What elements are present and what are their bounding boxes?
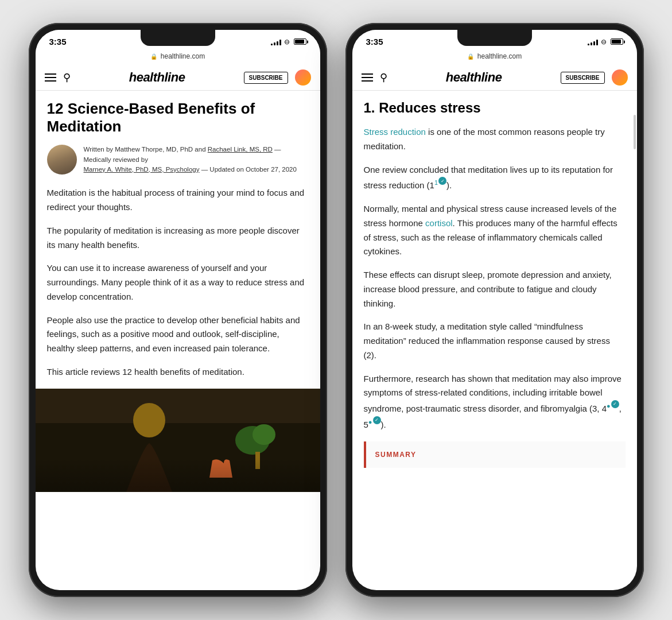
body-para5: This article reviews 12 health benefits …	[47, 365, 309, 379]
content-left[interactable]: 12 Science-Based Benefits of Meditation …	[36, 91, 320, 590]
hamburger-menu-right[interactable]	[362, 73, 373, 82]
citation-5: ●✓	[368, 418, 381, 425]
author-link2[interactable]: Marney A. White, PhD, MS, Psychology	[84, 166, 200, 173]
right-phone: 3:35 ⊖ 🔒 healthline.com	[345, 23, 644, 597]
author-section: Written by Matthew Thorpe, MD, PhD and R…	[47, 145, 309, 175]
wifi-icon-right: ⊖	[601, 38, 607, 46]
url-bar-left: 🔒 healthline.com	[36, 50, 320, 65]
status-icons-left: ⊖	[271, 38, 306, 46]
summary-label: SUMMARY	[375, 451, 616, 459]
battery-icon-left	[294, 38, 306, 45]
subscribe-button-right[interactable]: SUBSCRIBE	[561, 72, 605, 84]
right-para2-text: One review concluded that meditation liv…	[364, 165, 613, 191]
wifi-icon-left: ⊖	[284, 38, 290, 46]
citation-1: 1✓	[434, 179, 446, 186]
right-para1: Stress reduction is one of the most comm…	[364, 125, 626, 154]
url-bar-right: 🔒 healthline.com	[352, 50, 637, 65]
citation-badge-5: ✓	[373, 416, 381, 424]
nav-bar-right: ⚲ healthline SUBSCRIBE	[352, 65, 637, 91]
summary-box: SUMMARY	[364, 441, 626, 468]
url-text-right: healthline.com	[477, 52, 522, 60]
phone-screen-left: 3:35 ⊖ 🔒 healthline.com	[36, 30, 320, 590]
right-para6-text: Furthermore, research has shown that med…	[364, 374, 621, 414]
right-para6-end: ).	[381, 420, 386, 429]
article-title: 12 Science-Based Benefits of Meditation	[47, 100, 309, 135]
healthline-logo-right: healthline	[394, 70, 554, 85]
svg-point-3	[253, 424, 275, 445]
left-phone: 3:35 ⊖ 🔒 healthline.com	[29, 23, 327, 597]
author-line1: Written by Matthew Thorpe, MD, PhD and	[84, 146, 206, 153]
content-right[interactable]: 1. Reduces stress Stress reduction is on…	[352, 91, 637, 590]
right-para6: Furthermore, research has shown that med…	[364, 372, 626, 432]
right-para2: One review concluded that meditation liv…	[364, 163, 626, 193]
lock-icon-right: 🔒	[467, 53, 474, 60]
svg-point-5	[133, 403, 165, 437]
phone-screen-right: 3:35 ⊖ 🔒 healthline.com	[352, 30, 637, 590]
notch-right	[457, 30, 532, 46]
avatar-left[interactable]	[295, 69, 311, 86]
author-avatar	[47, 145, 77, 175]
scrollbar[interactable]	[634, 115, 636, 149]
signal-icon-right	[588, 38, 598, 45]
citation-badge-4: ✓	[611, 400, 619, 408]
stress-reduction-link[interactable]: Stress reduction	[364, 127, 426, 137]
right-para4: These effects can disrupt sleep, promote…	[364, 268, 626, 311]
cortisol-link[interactable]: cortisol	[425, 218, 453, 228]
battery-icon-right	[611, 38, 623, 45]
citation-badge-1: ✓	[438, 177, 446, 185]
author-info: Written by Matthew Thorpe, MD, PhD and R…	[84, 145, 309, 175]
right-para2-end: ).	[446, 180, 452, 190]
body-para4: People also use the practice to develop …	[47, 313, 309, 356]
time-left: 3:35	[49, 37, 67, 46]
author-link1[interactable]: Rachael Link, MS, RD	[208, 146, 273, 153]
nav-bar-left: ⚲ healthline SUBSCRIBE	[36, 65, 320, 91]
healthline-logo-left: healthline	[77, 70, 237, 85]
hamburger-menu-left[interactable]	[45, 73, 56, 82]
author-date: — Updated on October 27, 2020	[201, 166, 297, 173]
search-icon-right[interactable]: ⚲	[380, 71, 387, 84]
signal-icon-left	[271, 38, 281, 45]
time-right: 3:35	[366, 37, 383, 46]
section-heading: 1. Reduces stress	[364, 100, 626, 116]
status-icons-right: ⊖	[588, 38, 623, 46]
subscribe-button-left[interactable]: SUBSCRIBE	[244, 72, 288, 84]
body-para2: The popularity of meditation is increasi…	[47, 224, 309, 253]
body-para3: You can use it to increase awareness of …	[47, 261, 309, 304]
citation-4: ●✓	[607, 402, 619, 409]
article-image	[36, 389, 320, 492]
notch	[141, 30, 215, 46]
right-para5: In an 8-week study, a meditation style c…	[364, 320, 626, 362]
right-para3: Normally, mental and physical stress cau…	[364, 202, 626, 259]
lock-icon-left: 🔒	[150, 53, 157, 60]
body-para1: Meditation is the habitual process of tr…	[47, 186, 309, 215]
search-icon-left[interactable]: ⚲	[63, 71, 71, 84]
url-text-left: healthline.com	[161, 52, 205, 60]
avatar-right[interactable]	[612, 69, 628, 86]
